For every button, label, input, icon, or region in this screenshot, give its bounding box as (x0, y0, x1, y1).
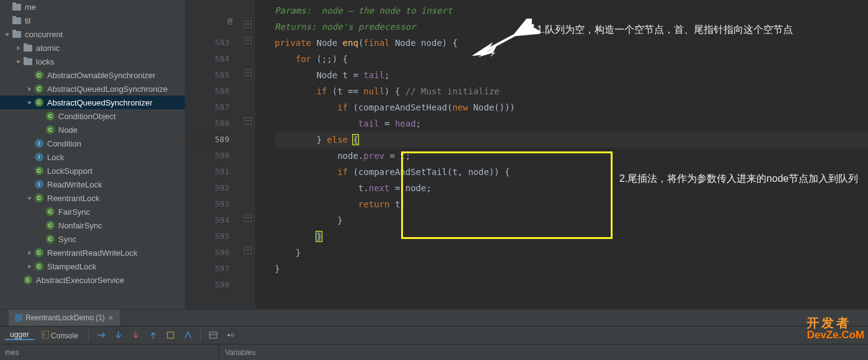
javadoc-line: Params: node – the node to insert (275, 2, 868, 19)
watermark: 开 发 者 DevZe.CoM (807, 317, 864, 341)
tree-item-me[interactable]: me (0, 0, 185, 14)
fold-marker[interactable]: − (244, 37, 252, 44)
tree-item-node[interactable]: CNode (0, 123, 185, 137)
tree-item-abstractownablesynchronizer[interactable]: CAbstractOwnableSynchronizer (0, 68, 185, 82)
tree-item-atomic[interactable]: atomic (0, 41, 185, 55)
chevron-right-icon[interactable] (25, 264, 33, 269)
code-line: tail = head; (275, 115, 868, 132)
chevron-down-icon[interactable] (25, 196, 33, 201)
tree-item-label: Condition (47, 139, 81, 148)
class-icon: C (33, 70, 45, 80)
code-area[interactable]: @ Inserts node into queue, initializing … (255, 0, 868, 309)
tree-item-label: FairSync (58, 207, 90, 217)
console-tab[interactable]: Console (37, 331, 83, 340)
force-step-into-icon[interactable] (128, 328, 143, 343)
editor[interactable]: 5835845855865875885895905915925935945955… (185, 0, 868, 309)
bottom-file-tabs[interactable]: ReentrantLockDemo (1) ✕ (0, 309, 868, 326)
chevron-down-icon[interactable] (14, 59, 22, 65)
tree-item-condition[interactable]: ICondition (0, 137, 185, 150)
tree-item-lock[interactable]: ILock (0, 150, 185, 164)
class-icon: C (33, 84, 45, 94)
fold-marker[interactable]: − (244, 69, 252, 76)
class-icon: C (33, 261, 45, 271)
code-line: private Node enq(final Node node) { (275, 35, 868, 51)
chevron-right-icon[interactable] (25, 86, 33, 92)
tree-item-label: ReadWriteLock (47, 180, 102, 189)
annotation-2: 2.尾插法，将作为参数传入进来的node节点加入到队列 (619, 173, 858, 186)
tree-item-label: ConditionObject (58, 112, 116, 121)
tree-item-locksupport[interactable]: CLockSupport (0, 164, 185, 178)
class-icon: C (33, 248, 45, 258)
svg-rect-4 (167, 332, 174, 338)
chevron-right-icon[interactable] (14, 45, 22, 51)
tree-item-abstractqueuedsynchronizer[interactable]: CAbstractQueuedSynchronizer (0, 96, 185, 109)
code-line: return t; (275, 196, 868, 212)
close-icon[interactable]: ✕ (108, 314, 113, 322)
file-tab-label: ReentrantLockDemo (1) (25, 313, 105, 322)
fold-marker[interactable]: − (244, 246, 252, 254)
tree-item-conditionobject[interactable]: CConditionObject (0, 109, 185, 123)
tree-item-abstractexecutorservice[interactable]: CAbstractExecutorService (0, 273, 185, 287)
line-number: 585 (185, 67, 229, 83)
class-icon: C (45, 220, 56, 230)
class-icon: C (33, 97, 45, 107)
fold-marker[interactable]: − (244, 117, 252, 125)
chevron-right-icon[interactable] (25, 250, 33, 256)
line-number: 596 (185, 245, 229, 261)
folder-icon (11, 29, 22, 39)
debug-toolbar[interactable]: ugger Console (0, 326, 868, 344)
svg-rect-5 (210, 332, 217, 338)
svg-rect-3 (42, 331, 49, 338)
svg-point-7 (228, 334, 230, 336)
code-line: } (275, 228, 868, 245)
class-icon: C (22, 275, 33, 285)
chevron-down-icon[interactable] (25, 100, 33, 106)
evaluate-icon[interactable] (206, 328, 221, 343)
interface-icon: I (33, 152, 45, 162)
separator (88, 330, 89, 341)
code-line: } (275, 212, 868, 228)
run-to-cursor-icon[interactable] (180, 328, 195, 343)
tree-item-label: me (25, 2, 36, 12)
debugger-tab[interactable]: ugger (5, 330, 34, 340)
tree-item-fairsync[interactable]: CFairSync (0, 205, 185, 218)
fold-marker[interactable]: − (244, 214, 252, 222)
tree-item-stampedlock[interactable]: CStampedLock (0, 259, 185, 273)
status-bar: mes Variables (0, 344, 868, 360)
line-number: 598 (185, 277, 229, 293)
class-icon: C (33, 193, 45, 203)
folder-icon (11, 16, 22, 25)
tree-item-sync[interactable]: CSync (0, 232, 185, 246)
tree-item-concurrent[interactable]: concurrent (0, 27, 185, 41)
tree-item-abstractqueuedlongsynchronize[interactable]: CAbstractQueuedLongSynchronize (0, 82, 185, 96)
project-tree[interactable]: metilconcurrentatomiclocksCAbstractOwnab… (0, 0, 185, 309)
tree-item-label: AbstractOwnableSynchronizer (47, 71, 156, 80)
tree-item-label: til (25, 16, 30, 25)
drop-frame-icon[interactable] (163, 328, 178, 343)
tree-item-til[interactable]: til (0, 14, 185, 27)
tree-item-reentrantreadwritelock[interactable]: CReentrantReadWriteLock (0, 246, 185, 259)
tree-item-label: AbstractQueuedLongSynchronize (47, 84, 167, 94)
tree-item-label: StampedLock (47, 262, 97, 271)
class-icon: C (33, 166, 45, 176)
step-over-icon[interactable] (94, 328, 108, 343)
line-number: 587 (185, 99, 229, 115)
interface-icon: I (33, 138, 45, 148)
code-line: if (t == null) { // Must initialize (275, 83, 868, 99)
step-into-icon[interactable] (111, 328, 126, 343)
folder-icon (11, 2, 22, 12)
step-out-icon[interactable] (146, 328, 161, 343)
chevron-down-icon[interactable] (2, 32, 11, 37)
trace-icon[interactable] (223, 328, 238, 343)
tree-item-locks[interactable]: locks (0, 55, 185, 68)
file-tab[interactable]: ReentrantLockDemo (1) ✕ (9, 310, 120, 326)
fold-marker[interactable]: − (244, 20, 252, 28)
tree-item-nonfairsync[interactable]: CNonfairSync (0, 218, 185, 232)
tree-item-readwritelock[interactable]: IReadWriteLock (0, 178, 185, 191)
fold-column[interactable]: − − − − − − (242, 0, 255, 309)
code-line (275, 277, 868, 293)
status-frames-label: mes (0, 344, 219, 360)
tree-item-label: Lock (47, 153, 64, 162)
tree-item-reentrantlock[interactable]: CReentrantLock (0, 191, 185, 205)
line-number: 586 (185, 83, 229, 99)
